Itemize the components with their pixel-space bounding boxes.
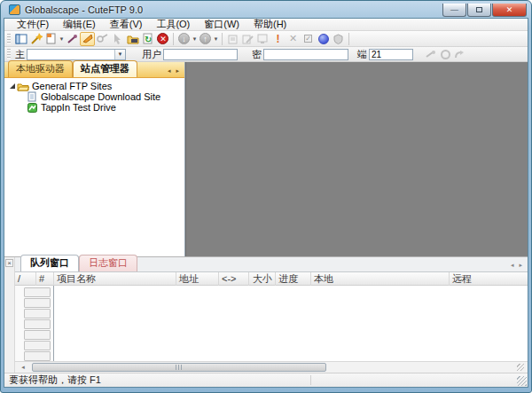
expanded-arrow-icon[interactable] — [8, 81, 17, 91]
disconnect-icon[interactable] — [95, 32, 110, 46]
folder-open-icon — [17, 82, 29, 91]
tab-log-window[interactable]: 日志窗口 — [79, 255, 137, 271]
checkbox-icon[interactable]: ✓ — [301, 32, 316, 46]
status-bar: 要获得帮助，请按 F1 — [4, 373, 528, 387]
upload-icon[interactable]: ↑ — [198, 32, 213, 46]
menu-tools[interactable]: 工具(O) — [149, 18, 197, 31]
toolbar-separator — [348, 33, 349, 45]
menu-view[interactable]: 查看(V) — [103, 18, 150, 31]
host-dropdown-icon[interactable]: ▼ — [114, 50, 125, 59]
queue-empty-cell — [24, 309, 51, 318]
column-address[interactable]: 地址 — [176, 272, 219, 286]
queue-empty-cell — [24, 341, 51, 350]
column-item-name[interactable]: 项目名称 — [54, 272, 176, 286]
queue-list[interactable] — [15, 286, 528, 361]
password-label: 密 — [250, 48, 263, 61]
port-input[interactable] — [369, 49, 413, 60]
priority-icon[interactable]: ! — [270, 32, 286, 46]
refresh-icon[interactable]: ↻ — [140, 32, 155, 46]
new-site-dropdown-icon[interactable]: ▼ — [59, 32, 65, 46]
download-icon[interactable]: ↓ — [176, 32, 192, 46]
port-label: 端 — [356, 48, 369, 61]
window-content: 文件(F) 编辑(E) 查看(V) 工具(O) 窗口(W) 帮助(H) ▼ — [4, 18, 528, 388]
window-resize-grip[interactable] — [517, 376, 527, 386]
tree-item-tappin-test-drive[interactable]: TappIn Test Drive — [4, 102, 184, 113]
new-site-icon[interactable] — [43, 32, 59, 46]
maximize-button[interactable] — [467, 4, 491, 17]
status-help-text: 要获得帮助，请按 F1 — [4, 373, 101, 387]
user-input[interactable] — [163, 49, 238, 60]
svg-text:✕: ✕ — [160, 35, 167, 43]
pane-resize-grip[interactable] — [517, 364, 524, 371]
column-local[interactable]: 本地 — [311, 272, 450, 286]
tappin-icon — [26, 103, 38, 113]
title-bar[interactable]: Globalscape - CuteFTP 9.0 — ✕ — [4, 1, 528, 18]
column-progress[interactable]: 进度 — [276, 272, 311, 286]
user-label: 用户 — [140, 48, 163, 61]
site-tree: General FTP Sites Globalscape Download S… — [4, 78, 184, 256]
connect-icon[interactable] — [65, 32, 80, 46]
tree-item-label: TappIn Test Drive — [41, 102, 116, 113]
application-window: Globalscape - CuteFTP 9.0 — ✕ 文件(F) 编辑(E… — [0, 0, 532, 393]
password-input[interactable] — [263, 49, 348, 60]
view-file-icon[interactable] — [255, 32, 270, 46]
scroll-left-arrow-icon[interactable]: ◂ — [17, 363, 29, 372]
pointer-icon[interactable] — [110, 32, 125, 46]
quickbar-grip[interactable] — [7, 49, 11, 59]
toolbar-separator — [222, 33, 223, 45]
scrollbar-thumb[interactable] — [32, 363, 326, 372]
maximize-icon — [476, 7, 482, 12]
column-size[interactable]: 大小 — [249, 272, 276, 286]
toolbar-separator — [173, 33, 174, 45]
transfer-queue-icon[interactable] — [225, 32, 240, 46]
tree-item-label: Globalscape Download Site — [41, 91, 160, 102]
edit-file-icon[interactable] — [240, 32, 255, 46]
column-remote[interactable]: 远程 — [450, 272, 528, 286]
column-direction[interactable]: <-> — [219, 272, 249, 286]
left-tab-scroll-arrows[interactable]: ◂ ▸ — [168, 67, 183, 77]
upload-dropdown-icon[interactable]: ▼ — [213, 32, 219, 46]
tab-local-drives[interactable]: 本地驱动器 — [8, 60, 73, 77]
status-bar-divider — [310, 375, 311, 385]
column-number[interactable]: # — [36, 272, 54, 286]
tree-item-globalscape-download-site[interactable]: Globalscape Download Site — [4, 91, 184, 102]
bottom-panel-close-button[interactable]: × — [5, 259, 13, 267]
tree-item-label: General FTP Sites — [32, 81, 112, 91]
site-document-icon — [26, 92, 38, 102]
download-dropdown-icon[interactable]: ▼ — [192, 32, 198, 46]
tab-site-manager[interactable]: 站点管理器 — [73, 60, 137, 77]
bottom-tab-strip: 队列窗口 日志窗口 ◂ ▸ — [15, 257, 528, 272]
queue-horizontal-scrollbar[interactable]: ◂ — [15, 361, 528, 373]
quick-connect-plug-icon[interactable] — [424, 48, 438, 60]
reconnect-icon[interactable] — [452, 48, 466, 60]
window-title: Globalscape - CuteFTP 9.0 — [25, 4, 442, 15]
minimize-button[interactable]: — — [442, 4, 466, 17]
connection-wizard-icon[interactable] — [28, 32, 43, 46]
site-manager-panel: 本地驱动器 站点管理器 ◂ ▸ General FTP Sites — [4, 62, 185, 256]
abort-icon[interactable] — [438, 48, 452, 60]
site-properties-icon[interactable] — [125, 32, 140, 46]
menu-file[interactable]: 文件(F) — [10, 18, 56, 31]
stop-icon[interactable]: ✕ — [155, 32, 170, 46]
menu-edit[interactable]: 编辑(E) — [56, 18, 103, 31]
column-priority[interactable]: / — [15, 272, 36, 286]
queue-header: / # 项目名称 地址 <-> 大小 进度 本地 远程 — [15, 272, 528, 286]
bottom-tab-scroll-arrows[interactable]: ◂ ▸ — [511, 262, 526, 271]
queue-empty-cell — [24, 287, 51, 297]
bottom-panel-gutter: × — [4, 257, 15, 373]
close-button[interactable]: ✕ — [492, 4, 527, 17]
tree-item-general-ftp-sites[interactable]: General FTP Sites — [4, 81, 184, 91]
host-input[interactable]: ▼ — [27, 49, 126, 60]
bottom-panel: × 队列窗口 日志窗口 ◂ ▸ / # 项目名称 地址 <-> 大小 进度 本地 — [4, 256, 528, 373]
display-site-manager-icon[interactable] — [80, 32, 95, 46]
delete-icon[interactable]: ✕ — [286, 32, 301, 46]
tappin-shield-icon[interactable] — [331, 32, 346, 46]
toolbar-grip[interactable] — [7, 34, 11, 44]
site-manager-icon[interactable] — [13, 32, 28, 46]
menu-window[interactable]: 窗口(W) — [197, 18, 246, 31]
menu-help[interactable]: 帮助(H) — [246, 18, 293, 31]
globalscape-icon[interactable] — [316, 32, 331, 46]
app-icon — [9, 4, 20, 15]
tab-queue-window[interactable]: 队列窗口 — [20, 255, 79, 271]
menu-bar: 文件(F) 编辑(E) 查看(V) 工具(O) 窗口(W) 帮助(H) — [4, 19, 528, 31]
